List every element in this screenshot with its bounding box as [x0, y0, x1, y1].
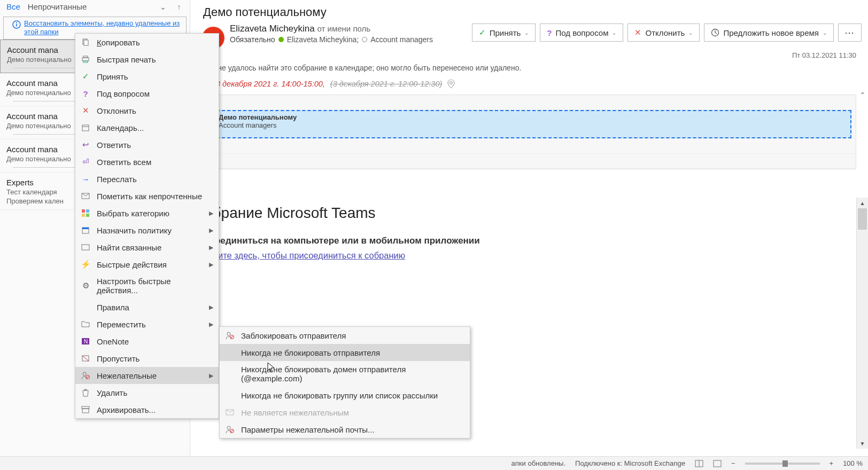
categories-icon: [81, 208, 90, 218]
svg-point-2: [16, 22, 17, 24]
zoom-out-button[interactable]: −: [731, 459, 735, 467]
svg-line-23: [82, 356, 89, 361]
presence-unknown-icon: [362, 37, 367, 42]
svg-rect-9: [83, 61, 88, 62]
meeting-not-found-warning: ам не удалось найти это собрание в кален…: [190, 59, 868, 72]
zoom-slider[interactable]: [745, 463, 820, 465]
ctx-archive[interactable]: Архивировать...: [75, 401, 219, 418]
sub-never-block-domain[interactable]: Никогда не блокировать домен отправителя…: [220, 361, 470, 387]
block-person-icon: [225, 425, 235, 434]
rules-icon: [81, 302, 90, 312]
scroll-down-icon[interactable]: ▼: [857, 438, 868, 449]
ctx-delete[interactable]: Удалить: [75, 384, 219, 401]
svg-rect-38: [714, 460, 721, 467]
ctx-assign-policy[interactable]: Назначить политику▶: [75, 222, 219, 239]
lightning-icon: ⚡: [81, 260, 90, 269]
ctx-quick-steps[interactable]: ⚡Быстрые действия▶: [75, 256, 219, 273]
svg-rect-10: [82, 125, 89, 131]
presence-available-icon: [278, 37, 284, 42]
join-meeting-link[interactable]: лкните здесь, чтобы присоединиться к соб…: [204, 250, 405, 261]
teams-meeting-heading: обрание Microsoft Teams: [204, 205, 854, 222]
view-normal-icon[interactable]: [695, 460, 703, 467]
folder-move-icon: [81, 319, 90, 329]
ctx-categorize[interactable]: Выбрать категорию▶: [75, 205, 219, 222]
ctx-rules[interactable]: Правила▶: [75, 299, 219, 316]
question-icon: ?: [81, 89, 90, 98]
svg-point-24: [83, 372, 86, 375]
svg-line-35: [231, 430, 234, 433]
ctx-calendar[interactable]: Календарь...: [75, 119, 219, 136]
decline-button[interactable]: ✕Отклонить⌄: [627, 24, 700, 42]
view-reading-icon[interactable]: [713, 460, 722, 467]
zoom-in-button[interactable]: +: [830, 459, 834, 467]
status-folder-updated: апки обновлены.: [511, 459, 565, 467]
tentative-button[interactable]: ?Под вопросом⌄: [540, 24, 623, 42]
ctx-configure-quick[interactable]: ⚙Настроить быстрые действия...: [75, 273, 219, 299]
vertical-scrollbar[interactable]: ▲ ▼: [856, 198, 868, 449]
sub-not-junk: Не является нежелательным: [220, 404, 470, 421]
envelope-icon: [81, 191, 90, 201]
svg-point-29: [227, 332, 230, 335]
sub-never-block-group[interactable]: Никогда не блокировать группу или список…: [220, 387, 470, 404]
recipients: Обязательно Elizaveta Micheykina; Accoun…: [230, 35, 467, 44]
sub-junk-options[interactable]: Параметры нежелательной почты...: [220, 421, 470, 438]
svg-rect-13: [82, 209, 85, 213]
envelope-icon: [225, 408, 235, 417]
propose-time-button[interactable]: Предложить новое время⌄: [704, 24, 834, 42]
cross-icon: ✕: [81, 106, 90, 115]
collapse-icon[interactable]: ⌃: [859, 91, 866, 99]
scroll-up-icon[interactable]: ▲: [857, 198, 868, 208]
ctx-mark-unread[interactable]: Пометить как непрочтенные: [75, 187, 219, 205]
reply-all-icon: ⏎: [81, 157, 90, 167]
more-actions-button[interactable]: ⋯: [838, 24, 862, 42]
block-person-icon: [225, 331, 235, 340]
ctx-move[interactable]: Переместить▶: [75, 316, 219, 333]
gear-icon: ⚙: [81, 281, 90, 291]
calendar-event[interactable]: Демо потенциальному Account managers: [211, 110, 851, 138]
accept-button[interactable]: ✓Принять⌄: [472, 24, 536, 42]
svg-rect-19: [82, 245, 89, 250]
context-menu: ККопироватьопировать Быстрая печать ✓При…: [75, 33, 219, 419]
block-person-icon: [81, 371, 90, 380]
svg-rect-14: [86, 209, 89, 213]
ctx-ignore[interactable]: Пропустить: [75, 350, 219, 367]
ctx-forward[interactable]: →Переслать: [75, 170, 219, 187]
ctx-tentative[interactable]: ?Под вопросом: [75, 85, 219, 102]
svg-point-33: [227, 426, 230, 429]
printer-icon: [81, 54, 90, 64]
status-bar: апки обновлены. Подключено к: Microsoft …: [0, 456, 868, 470]
ctx-quick-print[interactable]: Быстрая печать: [75, 51, 219, 68]
info-icon: [12, 20, 21, 29]
svg-rect-8: [83, 56, 88, 58]
sub-never-block-sender[interactable]: Никогда не блокировать отправителя: [220, 344, 470, 361]
ctx-onenote[interactable]: NOneNote: [75, 333, 219, 350]
ctx-copy[interactable]: ККопироватьопировать: [75, 34, 219, 51]
sub-block-sender[interactable]: Заблокировать отправителя: [220, 327, 470, 344]
ctx-find-related[interactable]: Найти связанные▶: [75, 239, 219, 256]
onenote-icon: N: [81, 336, 90, 346]
svg-line-31: [231, 336, 234, 339]
check-icon: ✓: [81, 72, 90, 81]
svg-rect-28: [82, 409, 89, 413]
arrow-up-icon[interactable]: ↑: [175, 3, 183, 11]
join-instructions: исоединиться на компьютере или в мобильн…: [204, 236, 854, 246]
ctx-reply-all[interactable]: ⏎Ответить всем: [75, 153, 219, 170]
policy-icon: [81, 225, 90, 235]
trash-icon: [81, 388, 90, 397]
calendar-icon: [81, 123, 90, 132]
scroll-thumb[interactable]: [858, 208, 867, 230]
svg-rect-27: [82, 406, 89, 409]
envelope-search-icon: [81, 242, 90, 252]
chevron-down-icon[interactable]: ⌄: [159, 3, 167, 11]
filter-unread[interactable]: Непрочитанные: [28, 2, 87, 11]
mouse-cursor-icon: [267, 362, 275, 373]
ctx-decline[interactable]: ✕Отклонить: [75, 102, 219, 119]
forward-icon: →: [81, 174, 90, 184]
ctx-accept[interactable]: ✓Принять: [75, 68, 219, 85]
filter-all[interactable]: Все: [6, 2, 20, 11]
archive-icon: [81, 405, 90, 414]
ctx-junk[interactable]: Нежелательные▶: [75, 367, 219, 384]
calendar-preview: Демо потенциальному Account managers: [202, 95, 856, 169]
ignore-icon: [81, 354, 90, 363]
ctx-reply[interactable]: ↩Ответить: [75, 136, 219, 153]
